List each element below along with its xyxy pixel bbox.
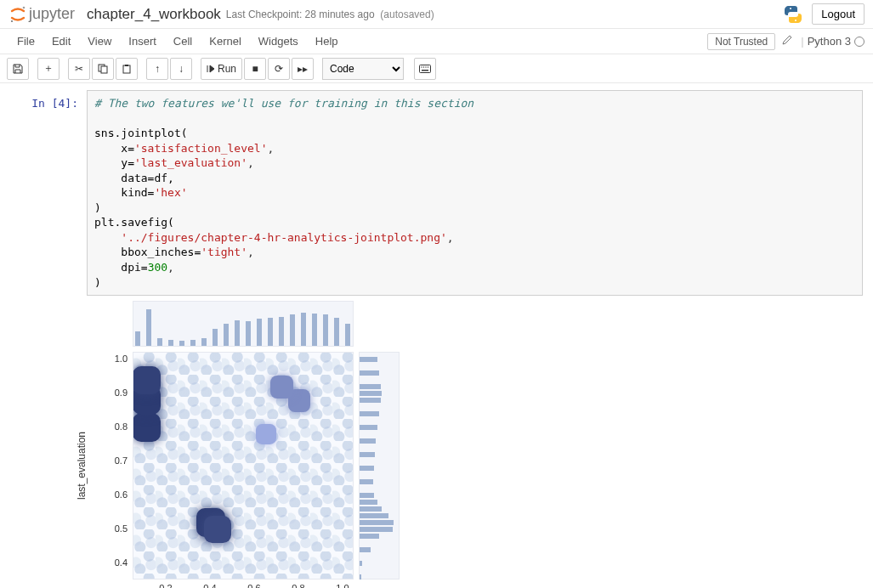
top-hist-bar xyxy=(323,314,328,346)
right-hist-bar xyxy=(360,425,377,430)
code-line: , xyxy=(247,246,254,258)
code-input-area[interactable]: # The two features we'll use for trainin… xyxy=(87,90,863,296)
code-line: x= xyxy=(94,142,134,155)
svg-rect-6 xyxy=(123,65,130,73)
menu-help[interactable]: Help xyxy=(307,31,347,51)
code-line: 300 xyxy=(148,261,167,274)
checkpoint-status: Last Checkpoint: 28 minutes ago (autosav… xyxy=(226,8,434,20)
kernel-name[interactable]: Python 3 xyxy=(808,35,851,48)
menu-cell[interactable]: Cell xyxy=(165,31,201,51)
jupyter-logo[interactable]: jupyter xyxy=(9,5,75,24)
logout-button[interactable]: Logout xyxy=(812,3,864,25)
code-line: 'last_evaluation' xyxy=(134,156,247,169)
top-hist-bar xyxy=(157,338,162,346)
restart-button[interactable]: ⟳ xyxy=(268,58,290,80)
jupyter-logo-text: jupyter xyxy=(29,5,75,23)
toolbar: ＋ ✂ ↑ ↓ Run ■ ⟳ ▸▸ Code xyxy=(0,54,873,83)
restart-icon: ⟳ xyxy=(275,63,283,75)
notebook-container: In [4]: # The two features we'll use for… xyxy=(0,83,873,588)
y-tick: 0.4 xyxy=(115,557,128,568)
code-line: 'tight' xyxy=(201,246,247,258)
right-hist-bar xyxy=(360,513,388,518)
right-hist-bar xyxy=(360,534,379,539)
svg-rect-9 xyxy=(422,70,428,71)
right-hist-bar xyxy=(360,398,381,403)
move-down-button[interactable]: ↓ xyxy=(170,58,192,80)
right-hist-bar xyxy=(360,384,381,389)
menu-edit[interactable]: Edit xyxy=(43,31,79,51)
right-hist-bar xyxy=(360,357,377,362)
restart-run-all-button[interactable]: ▸▸ xyxy=(292,58,314,80)
top-hist-bar xyxy=(213,329,218,346)
svg-point-0 xyxy=(23,6,26,8)
save-button[interactable] xyxy=(7,58,29,80)
trust-indicator[interactable]: Not Trusted xyxy=(707,33,775,50)
insert-cell-below-button[interactable]: ＋ xyxy=(37,58,60,80)
right-hist-bar xyxy=(360,493,374,498)
output-area: last_evaluation 0.40.50.60.70.80.91.0 sa… xyxy=(87,301,863,588)
menu-view[interactable]: View xyxy=(79,31,120,51)
y-tick: 0.5 xyxy=(115,523,128,534)
x-tick: 1.0 xyxy=(336,583,349,588)
run-button[interactable]: Run xyxy=(201,58,242,80)
top-hist-bar xyxy=(290,314,295,346)
right-marginal-hist xyxy=(359,352,400,580)
right-hist-bar xyxy=(360,527,393,532)
arrow-down-icon: ↓ xyxy=(179,63,184,75)
cut-button[interactable]: ✂ xyxy=(68,58,90,80)
menu-widgets[interactable]: Widgets xyxy=(250,31,307,51)
hexbin-main-plot xyxy=(133,352,354,580)
code-line: ) xyxy=(94,201,101,214)
top-hist-bar xyxy=(224,324,229,346)
svg-rect-7 xyxy=(125,65,128,66)
right-hist-bar xyxy=(360,520,394,525)
top-marginal-hist xyxy=(133,301,354,347)
y-tick: 0.9 xyxy=(115,387,128,398)
code-line: '../figures/chapter-4-hr-analytics-joint… xyxy=(121,231,447,244)
top-hist-bar xyxy=(246,321,251,346)
menu-kernel[interactable]: Kernel xyxy=(201,31,250,51)
y-tick: 0.7 xyxy=(115,455,128,466)
right-hist-bar xyxy=(360,466,374,471)
x-tick: 0.6 xyxy=(247,583,260,588)
paste-button[interactable] xyxy=(116,58,138,80)
pencil-icon[interactable] xyxy=(782,35,792,48)
top-hist-bar xyxy=(235,320,240,346)
copy-button[interactable] xyxy=(92,58,114,80)
code-line: , xyxy=(268,142,275,155)
right-hist-bar xyxy=(360,391,382,396)
right-hist-bar xyxy=(360,500,377,505)
run-icon xyxy=(207,65,215,73)
svg-point-2 xyxy=(790,8,791,9)
top-hist-bar xyxy=(257,319,262,346)
interrupt-button[interactable]: ■ xyxy=(244,58,266,80)
plus-icon: ＋ xyxy=(43,61,54,76)
x-tick: 0.2 xyxy=(159,583,172,588)
cell-type-select[interactable]: Code xyxy=(322,58,404,80)
code-line: sns.jointplot( xyxy=(94,127,188,139)
right-hist-bar xyxy=(360,452,375,457)
right-hist-bar xyxy=(360,547,371,552)
x-tick: 0.8 xyxy=(292,583,304,588)
code-line: 'hex' xyxy=(154,186,187,199)
svg-point-3 xyxy=(795,20,796,21)
menu-insert[interactable]: Insert xyxy=(120,31,165,51)
code-line: dpi= xyxy=(94,261,148,274)
svg-point-12 xyxy=(425,66,426,67)
top-hist-bar xyxy=(312,314,317,346)
command-palette-button[interactable] xyxy=(414,58,436,80)
code-line: kind= xyxy=(94,186,154,199)
svg-rect-5 xyxy=(101,66,107,73)
right-hist-bar xyxy=(360,411,379,416)
code-cell[interactable]: In [4]: # The two features we'll use for… xyxy=(10,90,863,296)
hex-cluster xyxy=(133,413,161,442)
menu-file[interactable]: File xyxy=(9,31,43,51)
y-tick: 0.8 xyxy=(115,421,128,432)
notebook-name[interactable]: chapter_4_workbook xyxy=(87,6,221,23)
move-up-button[interactable]: ↑ xyxy=(146,58,168,80)
hex-cluster xyxy=(256,424,276,444)
code-line: , xyxy=(247,156,254,169)
y-tick: 1.0 xyxy=(115,353,128,364)
right-hist-bar xyxy=(360,574,361,580)
top-hist-bar xyxy=(146,309,151,346)
